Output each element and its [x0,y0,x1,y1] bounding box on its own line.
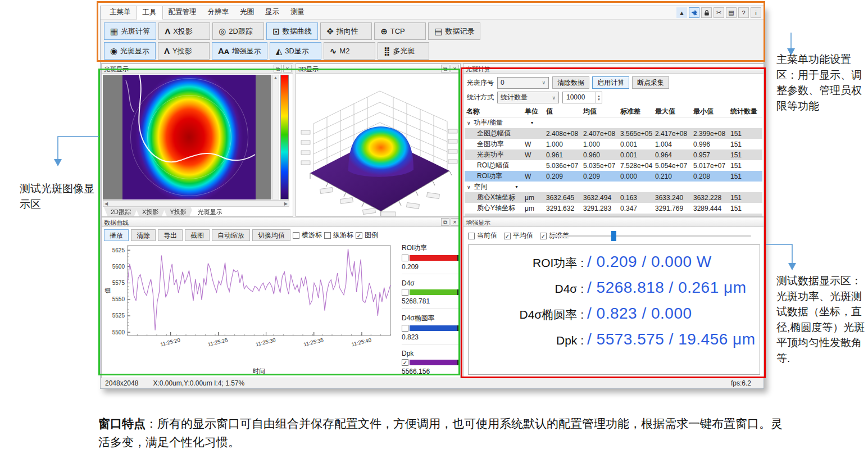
x-projection-button[interactable]: ΛX投影 [158,22,210,40]
column-header-最大值[interactable]: 最大值 [653,107,692,116]
menu-item-配置管理[interactable]: 配置管理 [163,6,202,20]
expand-icon[interactable]: ∨ [467,184,471,190]
close-panel-icon[interactable]: × [283,65,292,72]
table-row[interactable]: 全图功率W1.0001.0000.0011.0040.996151 [465,139,762,149]
float-panel-icon[interactable]: ⧉ [441,218,449,226]
curve-checkbox-横游标[interactable]: 横游标 [293,230,322,240]
table-row[interactable]: ROI总幅值5.036e+075.035e+077.528e+045.054e+… [465,160,762,171]
table-group-row[interactable]: ∨空间▾ [465,182,762,192]
calc-button-断点采集[interactable]: 断点采集 [632,76,669,89]
close-panel-icon[interactable]: × [451,218,459,226]
slider-thumb[interactable] [611,231,616,241]
x-projection-button-label: X投影 [173,26,193,37]
stat-count-spinner[interactable]: 10000 ▲▼ [562,92,602,103]
lock-icon[interactable] [701,7,712,18]
curve-checkbox-横游标-box[interactable] [293,232,299,239]
legend-checkbox[interactable]: ✓ [402,359,408,366]
menu-item-主菜单[interactable]: 主菜单 [104,6,137,20]
menu-item-分辨率[interactable]: 分辨率 [202,6,235,20]
float-panel-icon[interactable]: ⧉ [441,65,449,72]
menu-item-测量[interactable]: 测量 [285,6,310,20]
curve-button-导出[interactable]: 导出 [158,229,183,241]
curve-checkbox-纵游标[interactable]: 纵游标 [324,230,353,240]
spot-index-select[interactable]: 0 ∨ [497,77,549,89]
spot-display-button[interactable]: ◉光斑显示 [104,42,156,60]
spinner-arrows-icon[interactable]: ▲▼ [596,92,602,103]
m2-button[interactable]: ∿M2 [324,42,375,60]
filter-caret-icon[interactable]: ▾ [516,184,518,189]
scroll-right-icon[interactable]: ▶ [284,201,288,206]
filter-caret-icon[interactable]: ▾ [531,120,533,125]
beam-horizontal-scrollbar[interactable]: ◀ ▶ [103,200,289,207]
enhanced-slider[interactable] [549,235,751,237]
enhanced-checkbox-当前值-box[interactable] [468,233,475,239]
expand-icon[interactable]: ∨ [467,120,471,126]
menu-item-光圈[interactable]: 光圈 [234,6,260,20]
tab-X投影[interactable]: X投影 [135,207,165,217]
curve-button-截图[interactable]: 截图 [185,229,210,241]
tab-光斑显示[interactable]: 光斑显示 [191,207,229,217]
table-row[interactable]: ROI功率W0.2090.2090.0000.2100.208151 [465,171,762,182]
document-icon[interactable]: ▤ [726,7,737,18]
table-row[interactable]: 光斑功率W0.9610.9600.0010.9640.957151 [465,149,762,160]
table-cell: 质心X轴坐标 [465,193,523,202]
collapse-icon[interactable]: ▲ [676,7,687,18]
curve-button-清除[interactable]: 清除 [131,229,156,241]
menu-item-工具[interactable]: 工具 [137,6,163,20]
column-header-均值[interactable]: 均值 [581,107,619,116]
stat-mode-select[interactable]: 统计数量 ∨ [497,92,559,103]
legend-label: Dpk [402,350,459,357]
table-cell: ROI功率 [465,171,523,181]
legend-checkbox[interactable] [402,325,408,332]
enhanced-checkbox-平均值-box[interactable]: ✓ [504,233,511,239]
enhanced-checkbox-平均值-label: 平均值 [513,231,533,241]
enhanced-checkbox-标准差-box[interactable]: ✓ [540,233,547,239]
directivity-button[interactable]: ✥指向性 [320,22,372,40]
2d-tracking-button[interactable]: ◎2D跟踪 [212,22,264,40]
curve-checkbox-图例[interactable]: ✓图例 [356,230,378,240]
enhanced-checkbox-平均值[interactable]: ✓平均值 [504,231,533,241]
curve-button-自动缩放[interactable]: 自动缩放 [212,229,250,241]
legend-checkbox[interactable] [402,255,408,261]
spot-calc-button[interactable]: ▦光斑计算 [104,22,156,40]
beam-vertical-scrollbar[interactable]: ▲ [272,75,279,199]
column-header-最小值[interactable]: 最小值 [692,107,729,116]
y-projection-button[interactable]: ΛY投影 [158,42,210,60]
scissors-icon[interactable]: ✂ [714,7,724,18]
table-row[interactable]: 质心X轴坐标μm3632.6453632.4940.1633633.240363… [465,192,762,203]
info-icon[interactable]: i [751,7,761,18]
pin-icon[interactable] [689,7,699,18]
beam-contour-overlay [122,75,256,199]
menu-item-显示[interactable]: 显示 [260,6,285,20]
calc-button-启用计算[interactable]: 启用计算 [592,76,629,89]
legend-checkbox[interactable] [402,289,408,296]
float-panel-icon[interactable]: ⧉ [274,65,282,72]
scroll-left-icon[interactable]: ◀ [104,201,108,206]
multi-spot-button[interactable]: ⣿多光斑 [378,42,429,60]
scroll-up-icon[interactable]: ▲ [274,75,278,80]
3d-display-button[interactable]: ◭3D显示 [270,42,321,60]
calc-button-清除数据[interactable]: 清除数据 [552,76,589,89]
curve-checkbox-图例-box[interactable]: ✓ [356,232,362,239]
data-curve-button[interactable]: ⊡数据曲线 [266,22,318,40]
tcp-button[interactable]: ⊕TCP [374,22,426,40]
close-panel-icon[interactable]: × [451,65,459,72]
column-header-标准差[interactable]: 标准差 [619,107,653,116]
table-row[interactable]: 全图总幅值2.408e+082.407e+083.565e+052.417e+0… [465,128,762,139]
column-header-值[interactable]: 值 [544,107,581,116]
table-group-row[interactable]: ∨功率/能量▾ [465,117,762,128]
column-header-单位[interactable]: 单位 [523,107,544,116]
help-icon[interactable]: ? [738,7,749,18]
tab-Y投影[interactable]: Y投影 [163,207,193,217]
data-record-button[interactable]: ▤数据记录 [428,22,480,40]
curve-button-切换均值[interactable]: 切换均值 [252,229,290,241]
data-curve-panel-title: 数据曲线 [102,217,460,227]
column-header-名称[interactable]: 名称 [465,107,523,116]
column-header-统计数量[interactable]: 统计数量 [729,107,762,116]
curve-button-播放[interactable]: 播放 [104,229,129,241]
curve-checkbox-纵游标-box[interactable] [324,232,331,239]
enhanced-display-button[interactable]: Aᴀ增强显示 [212,42,267,60]
tab-2D跟踪[interactable]: 2D跟踪 [104,207,138,217]
table-row[interactable]: 质心Y轴坐标μm3291.6323291.2830.3473291.769328… [465,203,762,214]
enhanced-checkbox-当前值[interactable]: 当前值 [468,231,497,241]
